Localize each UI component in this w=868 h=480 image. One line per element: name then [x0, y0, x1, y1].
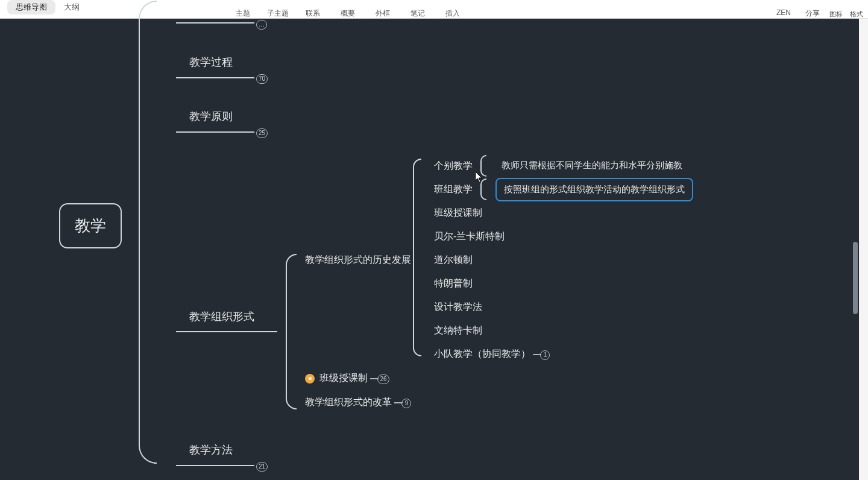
tool-note[interactable]: 笔记: [404, 0, 432, 19]
tool-icons[interactable]: 图标: [829, 0, 843, 19]
tool-zen[interactable]: ZEN: [776, 0, 791, 19]
toolbar-far-right: 图标 格式: [829, 0, 863, 19]
node-h5[interactable]: 道尔顿制: [434, 254, 473, 267]
node-org-reform[interactable]: 教学组织形式的改革 9: [305, 396, 411, 409]
node-h3[interactable]: 班级授课制: [434, 207, 482, 219]
node-h8[interactable]: 文纳特卡制: [434, 324, 482, 337]
node-l1-process-count[interactable]: 70: [256, 72, 268, 84]
node-l1-method-count[interactable]: 21: [256, 460, 268, 472]
scrollbar-vertical[interactable]: [853, 242, 858, 314]
node-org-history[interactable]: 教学组织形式的历史发展: [305, 254, 411, 267]
node-org-reform-label: 教学组织形式的改革: [305, 397, 392, 407]
node-org-class-count[interactable]: 26: [377, 374, 389, 384]
node-l1-process-line: [176, 77, 254, 78]
node-org-class-label: 班级授课制: [319, 373, 368, 383]
node-h1[interactable]: 个别教学: [434, 160, 473, 172]
node-org-reform-count[interactable]: 9: [401, 399, 411, 408]
tool-insert[interactable]: 插入: [439, 0, 467, 19]
toolbar-right: ZEN 分享: [776, 0, 820, 19]
node-l1-orgform[interactable]: 教学组织形式: [189, 309, 254, 324]
node-h2-desc-selected[interactable]: 按照班组的形式组织教学活动的教学组织形式: [495, 178, 693, 201]
tool-relation[interactable]: 联系: [299, 0, 327, 19]
node-l1-0-line: [176, 22, 254, 24]
node-l1-orgform-line: [176, 331, 277, 332]
node-h7[interactable]: 设计教学法: [434, 301, 482, 314]
node-l1-method[interactable]: 教学方法: [189, 443, 233, 457]
brace-history: [413, 159, 421, 356]
tool-border[interactable]: 外框: [369, 0, 397, 19]
node-l1-principle-count[interactable]: 25: [256, 127, 268, 138]
node-l1-0-count[interactable]: …: [256, 18, 267, 30]
node-root[interactable]: 教学: [59, 203, 122, 248]
tool-subtopic[interactable]: 子主题: [264, 0, 292, 19]
tool-format[interactable]: 格式: [850, 0, 863, 19]
brace-h1: [480, 155, 486, 177]
node-h9-count[interactable]: 1: [540, 350, 550, 360]
brace-h2: [480, 178, 486, 200]
node-l1-method-line: [176, 465, 254, 466]
tab-outline[interactable]: 大纲: [55, 0, 88, 14]
view-switch: 思维导图 大纲: [7, 0, 88, 14]
tab-mindmap[interactable]: 思维导图: [7, 0, 55, 14]
node-h9[interactable]: 小队教学（协同教学） 1: [434, 348, 550, 361]
star-icon: ★: [305, 374, 315, 384]
node-l1-principle-line: [176, 131, 254, 133]
tool-summary[interactable]: 概要: [334, 0, 362, 19]
node-org-class[interactable]: ★班级授课制 26: [305, 372, 389, 385]
node-l1-process[interactable]: 教学过程: [189, 55, 233, 69]
node-h1-desc[interactable]: 教师只需根据不同学生的能力和水平分别施教: [502, 160, 682, 171]
tool-topic[interactable]: 主题: [229, 0, 257, 19]
node-h6[interactable]: 特朗普制: [434, 277, 473, 290]
brace-root: [139, 1, 157, 464]
node-h2[interactable]: 班组教学: [434, 183, 473, 196]
node-h9-label: 小队教学（协同教学）: [434, 349, 530, 359]
top-toolbar: 思维导图 大纲 主题 子主题 联系 概要 外框 笔记 插入 ZEN 分享 图标 …: [0, 0, 868, 19]
tool-share[interactable]: 分享: [805, 0, 820, 19]
brace-orgform: [286, 254, 297, 409]
mindmap-canvas[interactable]: 教学 … 教学过程 70 教学原则 25 教学组织形式 教学方法 21 教学组织…: [0, 19, 859, 480]
node-h4[interactable]: 贝尔-兰卡斯特制: [434, 230, 505, 243]
node-l1-principle[interactable]: 教学原则: [189, 109, 233, 124]
toolbar-center: 主题 子主题 联系 概要 外框 笔记 插入: [229, 0, 467, 19]
